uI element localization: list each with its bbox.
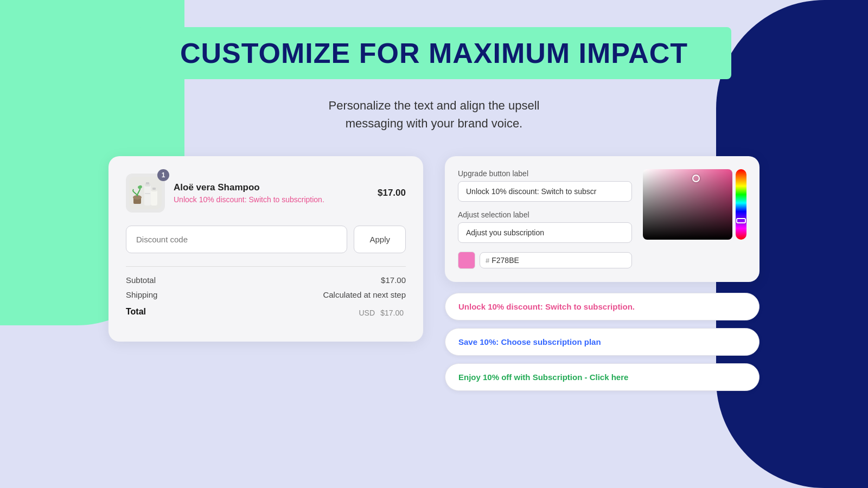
upgrade-label-group: Upgrade button label xyxy=(458,169,632,202)
svg-rect-8 xyxy=(151,190,157,206)
hex-hash: # xyxy=(486,256,489,265)
discount-row: Apply xyxy=(126,226,406,253)
color-input-row: # xyxy=(458,252,632,269)
product-left: 1 Aloë vera Shampoo Unlock 10% discount:… xyxy=(126,174,324,213)
preview-button-pink[interactable]: Unlock 10% discount: Switch to subscript… xyxy=(445,293,760,320)
preview-buttons: Unlock 10% discount: Switch to subscript… xyxy=(445,293,760,391)
svg-rect-4 xyxy=(144,185,151,206)
total-row: Total USD $17.00 xyxy=(126,305,406,319)
product-price: $17.00 xyxy=(378,188,406,198)
apply-discount-button[interactable]: Apply xyxy=(354,226,406,253)
upgrade-label-label: Upgrade button label xyxy=(458,169,632,178)
color-picker-widget[interactable] xyxy=(643,169,746,240)
color-swatch[interactable] xyxy=(458,252,475,269)
page-title: CUSTOMIZE FOR MAXIMUM IMPACT xyxy=(180,37,688,69)
color-picker-card: Upgrade button label Adjust selection la… xyxy=(445,156,760,282)
total-currency: USD xyxy=(359,309,375,317)
preview-button-green[interactable]: Enjoy 10% off with Subscription - Click … xyxy=(445,363,760,391)
main-content-row: 1 Aloë vera Shampoo Unlock 10% discount:… xyxy=(108,156,760,391)
product-image-wrap: 1 xyxy=(126,174,165,213)
selection-label-label: Adjust selection label xyxy=(458,210,632,219)
header-subtitle: Personalize the text and align the upsel… xyxy=(329,97,540,132)
shipping-value: Calculated at next step xyxy=(323,290,406,299)
upgrade-label-input[interactable] xyxy=(458,181,632,202)
checkout-card: 1 Aloë vera Shampoo Unlock 10% discount:… xyxy=(108,156,423,342)
color-gradient-box[interactable] xyxy=(643,169,732,240)
color-picker-cursor xyxy=(692,175,700,182)
svg-rect-10 xyxy=(152,188,156,190)
preview-button-blue[interactable]: Save 10%: Choose subscription plan xyxy=(445,328,760,356)
form-fields: Upgrade button label Adjust selection la… xyxy=(458,169,632,269)
svg-rect-6 xyxy=(146,182,149,184)
hue-cursor xyxy=(736,218,746,223)
gradient-dark xyxy=(643,169,732,240)
selection-label-input[interactable] xyxy=(458,222,632,243)
product-svg xyxy=(129,177,162,209)
product-name: Aloë vera Shampoo xyxy=(174,182,324,193)
summary-divider xyxy=(126,266,406,267)
color-picker-inner: Upgrade button label Adjust selection la… xyxy=(458,169,746,269)
subtotal-label: Subtotal xyxy=(126,275,156,285)
hex-input-wrap: # xyxy=(480,252,632,268)
discount-code-input[interactable] xyxy=(126,226,347,253)
subtotal-row: Subtotal $17.00 xyxy=(126,275,406,285)
product-row: 1 Aloë vera Shampoo Unlock 10% discount:… xyxy=(126,174,406,213)
total-label: Total xyxy=(126,307,146,317)
header-banner: CUSTOMIZE FOR MAXIMUM IMPACT xyxy=(137,27,731,79)
product-quantity-badge: 1 xyxy=(157,169,169,181)
customizer-panel: Upgrade button label Adjust selection la… xyxy=(445,156,760,391)
selection-label-group: Adjust selection label xyxy=(458,210,632,243)
shipping-row: Shipping Calculated at next step xyxy=(126,290,406,299)
product-info: Aloë vera Shampoo Unlock 10% discount: S… xyxy=(174,182,324,204)
product-upsell-text: Unlock 10% discount: Switch to subscript… xyxy=(174,195,324,204)
hex-color-input[interactable] xyxy=(492,256,529,265)
svg-rect-7 xyxy=(145,193,150,194)
shipping-label: Shipping xyxy=(126,290,157,299)
hue-slider[interactable] xyxy=(736,169,746,240)
subtotal-value: $17.00 xyxy=(381,275,406,285)
total-value: USD $17.00 xyxy=(359,305,406,319)
